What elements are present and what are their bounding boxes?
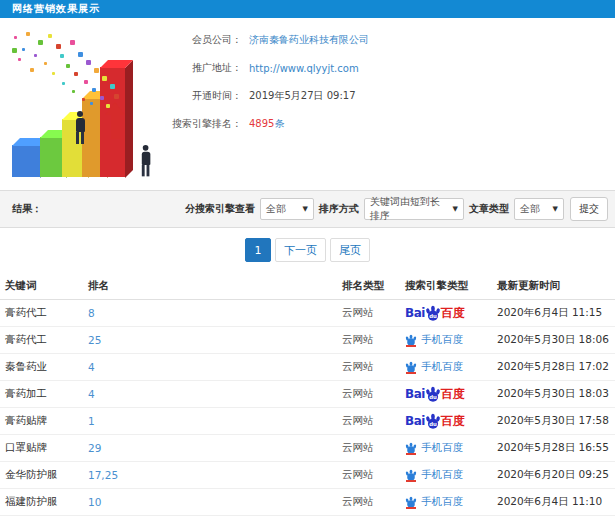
updated-cell: 2020年5月28日 16:55 xyxy=(497,441,615,455)
confetti-dot xyxy=(22,48,25,51)
col-header-engine: 搜索引擎类型 xyxy=(405,279,497,293)
window-title: 网络营销效果展示 xyxy=(0,0,615,18)
confetti-dot xyxy=(38,40,43,45)
confetti-dot xyxy=(44,62,47,65)
rank-link[interactable]: 10 xyxy=(88,496,101,508)
open-time-value: 2019年5月27日 09:17 xyxy=(249,89,356,103)
baidu-logo-icon: Baidu百度 xyxy=(405,413,497,430)
rank-link[interactable]: 4 xyxy=(88,388,95,400)
confetti-dot xyxy=(56,44,61,49)
keyword-cell: 膏药加工 xyxy=(5,387,88,401)
article-type-filter-label: 文章类型 xyxy=(469,202,509,216)
rank-type-cell: 云网站 xyxy=(342,333,405,347)
confetti-dot xyxy=(66,64,70,68)
table-row: 膏药加工4云网站Baidu百度2020年5月30日 18:03 xyxy=(0,381,615,408)
next-page-button[interactable]: 下一页 xyxy=(275,238,326,262)
rank-link[interactable]: 4 xyxy=(88,361,95,373)
article-type-select[interactable]: 全部 ▼ xyxy=(514,198,564,220)
engine-filter-value: 全部 xyxy=(266,202,286,216)
updated-cell: 2020年5月28日 17:02 xyxy=(497,360,615,374)
table-row: 膏药代工8云网站Baidu百度2020年6月4日 11:15 xyxy=(0,300,615,327)
confetti-dot xyxy=(30,68,34,72)
businessman-figure xyxy=(72,111,88,144)
rank-type-cell: 云网站 xyxy=(342,360,405,374)
engine-cell: 手机百度 xyxy=(405,441,497,455)
member-company-link[interactable]: 济南秦鲁药业科技有限公司 xyxy=(249,33,369,47)
confetti-dot xyxy=(84,80,88,84)
confetti-dot xyxy=(48,34,52,38)
rank-link[interactable]: 1 xyxy=(88,415,95,427)
rank-type-cell: 云网站 xyxy=(342,495,405,509)
summary-section: 会员公司： 济南秦鲁药业科技有限公司 推广地址： http://www.qlyy… xyxy=(0,18,615,190)
confetti-dot xyxy=(70,40,75,45)
engine-cell: Baidu百度 xyxy=(405,386,497,403)
rank-type-cell: 云网站 xyxy=(342,387,405,401)
results-table: 关键词 排名 排名类型 搜索引擎类型 最新更新时间 膏药代工8云网站Baidu百… xyxy=(0,272,615,516)
col-header-rank: 排名 xyxy=(88,279,342,293)
updated-cell: 2020年5月30日 18:03 xyxy=(497,387,615,401)
keyword-cell: 口罩贴牌 xyxy=(5,441,88,455)
sort-filter-select[interactable]: 关键词由短到长排序 ▼ xyxy=(364,198,464,220)
svg-text:du: du xyxy=(429,394,437,400)
confetti-dot xyxy=(12,48,17,53)
mobile-baidu-label: 手机百度 xyxy=(421,333,463,347)
mobile-baidu-icon: 手机百度 xyxy=(405,333,497,347)
page-button-current[interactable]: 1 xyxy=(245,238,271,262)
engine-rank-count: 4895 xyxy=(249,118,274,129)
table-row: 金华防护服17,25云网站手机百度2020年6月20日 09:25 xyxy=(0,462,615,489)
rank-type-cell: 云网站 xyxy=(342,306,405,320)
confetti-dot xyxy=(92,88,96,92)
updated-cell: 2020年6月4日 11:15 xyxy=(497,306,615,320)
keyword-cell: 膏药代工 xyxy=(5,333,88,347)
rank-link[interactable]: 8 xyxy=(88,307,95,319)
baidu-logo-icon: Baidu百度 xyxy=(405,305,497,322)
sort-filter-label: 排序方式 xyxy=(319,202,359,216)
promo-url-link[interactable]: http://www.qlyyjt.com xyxy=(249,63,359,74)
rank-link[interactable]: 25 xyxy=(88,334,101,346)
chevron-down-icon: ▼ xyxy=(447,205,458,213)
updated-cell: 2020年6月4日 11:10 xyxy=(497,495,615,509)
filter-bar: 结果： 分搜索引擎查看 全部 ▼ 排序方式 关键词由短到长排序 ▼ 文章类型 全… xyxy=(0,190,615,228)
confetti-dot xyxy=(86,60,91,65)
confetti-dot xyxy=(60,54,64,58)
submit-button[interactable]: 提交 xyxy=(570,197,608,221)
engine-filter-select[interactable]: 全部 ▼ xyxy=(260,198,314,220)
confetti-dot xyxy=(78,52,83,57)
engine-rank-label: 搜索引擎排名： xyxy=(170,117,242,131)
svg-text:du: du xyxy=(429,421,437,427)
confetti-dot xyxy=(102,76,107,81)
rank-type-cell: 云网站 xyxy=(342,468,405,482)
chevron-down-icon: ▼ xyxy=(297,205,308,213)
confetti-dot xyxy=(110,84,115,89)
baidu-logo-icon: Baidu百度 xyxy=(405,386,497,403)
updated-cell: 2020年6月20日 09:25 xyxy=(497,468,615,482)
rank-link[interactable]: 29 xyxy=(88,442,101,454)
confetti-dot xyxy=(114,94,119,99)
member-company-label: 会员公司： xyxy=(170,33,242,47)
col-header-updated: 最新更新时间 xyxy=(497,279,615,293)
engine-cell: Baidu百度 xyxy=(405,305,497,322)
businessman-figure xyxy=(138,145,153,176)
mobile-baidu-label: 手机百度 xyxy=(421,360,463,374)
table-header-row: 关键词 排名 排名类型 搜索引擎类型 最新更新时间 xyxy=(0,272,615,300)
engine-cell: 手机百度 xyxy=(405,495,497,509)
confetti-dot xyxy=(94,68,99,73)
engine-cell: Baidu百度 xyxy=(405,413,497,430)
article-type-value: 全部 xyxy=(520,202,540,216)
rank-link[interactable]: 17,25 xyxy=(88,469,118,481)
table-row: 口罩贴牌29云网站手机百度2020年5月28日 16:55 xyxy=(0,435,615,462)
mobile-baidu-label: 手机百度 xyxy=(421,468,463,482)
mobile-baidu-label: 手机百度 xyxy=(421,441,463,455)
table-row: 膏药贴牌1云网站Baidu百度2020年5月30日 17:58 xyxy=(0,408,615,435)
col-header-ranktype: 排名类型 xyxy=(342,279,405,293)
engine-rank-unit-link[interactable]: 条 xyxy=(274,118,284,129)
table-row: 福建防护服10云网站手机百度2020年6月4日 11:10 xyxy=(0,489,615,516)
keyword-cell: 膏药贴牌 xyxy=(5,414,88,428)
confetti-dot xyxy=(90,102,93,105)
confetti-dot xyxy=(82,98,85,101)
last-page-button[interactable]: 尾页 xyxy=(330,238,370,262)
rank-type-cell: 云网站 xyxy=(342,441,405,455)
mobile-baidu-icon: 手机百度 xyxy=(405,441,497,455)
keyword-cell: 秦鲁药业 xyxy=(5,360,88,374)
table-row: 秦鲁药业4云网站手机百度2020年5月28日 17:02 xyxy=(0,354,615,381)
